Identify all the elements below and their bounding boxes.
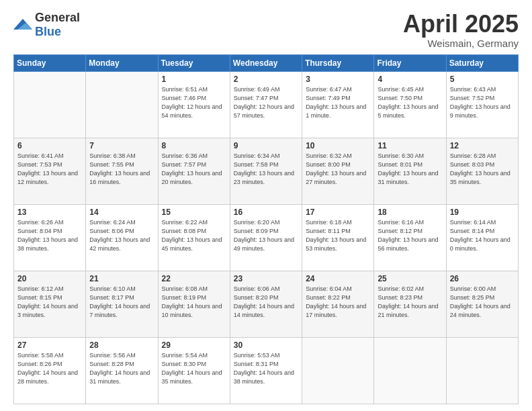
- day-info: Sunrise: 6:43 AM Sunset: 7:52 PM Dayligh…: [450, 85, 515, 120]
- calendar-title: April 2025: [403, 11, 519, 38]
- day-info: Sunrise: 6:45 AM Sunset: 7:50 PM Dayligh…: [378, 85, 442, 120]
- day-number: 3: [306, 75, 370, 84]
- day-number: 16: [234, 208, 298, 217]
- calendar-week-3: 20Sunrise: 6:12 AM Sunset: 8:15 PM Dayli…: [14, 271, 519, 337]
- day-number: 8: [162, 141, 226, 150]
- col-saturday: Saturday: [446, 54, 518, 71]
- table-row: 28Sunrise: 5:56 AM Sunset: 8:28 PM Dayli…: [86, 337, 158, 404]
- day-number: 14: [89, 208, 154, 217]
- logo-blue: Blue: [35, 25, 61, 38]
- table-row: 21Sunrise: 6:10 AM Sunset: 8:17 PM Dayli…: [86, 271, 158, 337]
- table-row: 2Sunrise: 6:49 AM Sunset: 7:47 PM Daylig…: [230, 71, 302, 138]
- day-info: Sunrise: 6:12 AM Sunset: 8:15 PM Dayligh…: [17, 285, 82, 320]
- day-info: Sunrise: 6:38 AM Sunset: 7:55 PM Dayligh…: [89, 152, 154, 187]
- day-number: 24: [306, 274, 370, 283]
- table-row: 8Sunrise: 6:36 AM Sunset: 7:57 PM Daylig…: [158, 138, 230, 204]
- table-row: 5Sunrise: 6:43 AM Sunset: 7:52 PM Daylig…: [446, 71, 518, 138]
- col-thursday: Thursday: [302, 54, 374, 71]
- col-monday: Monday: [86, 54, 158, 71]
- day-info: Sunrise: 6:36 AM Sunset: 7:57 PM Dayligh…: [162, 152, 226, 187]
- day-info: Sunrise: 6:06 AM Sunset: 8:20 PM Dayligh…: [234, 285, 298, 320]
- table-row: 1Sunrise: 6:51 AM Sunset: 7:46 PM Daylig…: [158, 71, 230, 138]
- day-number: 30: [234, 340, 298, 350]
- calendar-week-4: 27Sunrise: 5:58 AM Sunset: 8:26 PM Dayli…: [14, 337, 519, 404]
- col-friday: Friday: [374, 54, 446, 71]
- header-row: Sunday Monday Tuesday Wednesday Thursday…: [14, 54, 519, 71]
- table-row: 11Sunrise: 6:30 AM Sunset: 8:01 PM Dayli…: [374, 138, 446, 204]
- day-number: 26: [450, 274, 515, 283]
- day-info: Sunrise: 5:53 AM Sunset: 8:31 PM Dayligh…: [234, 351, 298, 386]
- table-row: [302, 337, 374, 404]
- day-info: Sunrise: 6:41 AM Sunset: 7:53 PM Dayligh…: [17, 152, 82, 187]
- table-row: 18Sunrise: 6:16 AM Sunset: 8:12 PM Dayli…: [374, 204, 446, 271]
- table-row: [446, 337, 518, 404]
- table-row: 20Sunrise: 6:12 AM Sunset: 8:15 PM Dayli…: [14, 271, 86, 337]
- day-number: 4: [378, 75, 442, 84]
- table-row: 30Sunrise: 5:53 AM Sunset: 8:31 PM Dayli…: [230, 337, 302, 404]
- day-number: 29: [162, 340, 226, 350]
- table-row: 9Sunrise: 6:34 AM Sunset: 7:58 PM Daylig…: [230, 138, 302, 204]
- col-tuesday: Tuesday: [158, 54, 230, 71]
- table-row: 25Sunrise: 6:02 AM Sunset: 8:23 PM Dayli…: [374, 271, 446, 337]
- table-row: 29Sunrise: 5:54 AM Sunset: 8:30 PM Dayli…: [158, 337, 230, 404]
- day-number: 10: [306, 141, 370, 150]
- day-info: Sunrise: 6:26 AM Sunset: 8:04 PM Dayligh…: [17, 218, 82, 253]
- table-row: 12Sunrise: 6:28 AM Sunset: 8:03 PM Dayli…: [446, 138, 518, 204]
- table-row: 16Sunrise: 6:20 AM Sunset: 8:09 PM Dayli…: [230, 204, 302, 271]
- page: General Blue April 2025 Weismain, German…: [0, 0, 532, 411]
- day-info: Sunrise: 6:34 AM Sunset: 7:58 PM Dayligh…: [234, 152, 298, 187]
- day-number: 11: [378, 141, 442, 150]
- day-info: Sunrise: 6:51 AM Sunset: 7:46 PM Dayligh…: [162, 85, 226, 120]
- day-info: Sunrise: 6:00 AM Sunset: 8:25 PM Dayligh…: [450, 285, 515, 320]
- table-row: 26Sunrise: 6:00 AM Sunset: 8:25 PM Dayli…: [446, 271, 518, 337]
- day-info: Sunrise: 5:58 AM Sunset: 8:26 PM Dayligh…: [17, 351, 82, 386]
- day-number: 5: [450, 75, 515, 84]
- day-info: Sunrise: 6:28 AM Sunset: 8:03 PM Dayligh…: [450, 152, 515, 187]
- table-row: 13Sunrise: 6:26 AM Sunset: 8:04 PM Dayli…: [14, 204, 86, 271]
- day-number: 19: [450, 208, 515, 217]
- table-row: [374, 337, 446, 404]
- day-info: Sunrise: 6:18 AM Sunset: 8:11 PM Dayligh…: [306, 218, 370, 253]
- logo: General Blue: [13, 11, 80, 39]
- day-info: Sunrise: 6:08 AM Sunset: 8:19 PM Dayligh…: [162, 285, 226, 320]
- day-info: Sunrise: 6:32 AM Sunset: 8:00 PM Dayligh…: [306, 152, 370, 187]
- table-row: 19Sunrise: 6:14 AM Sunset: 8:14 PM Dayli…: [446, 204, 518, 271]
- day-info: Sunrise: 5:56 AM Sunset: 8:28 PM Dayligh…: [89, 351, 154, 386]
- table-row: 22Sunrise: 6:08 AM Sunset: 8:19 PM Dayli…: [158, 271, 230, 337]
- day-number: 9: [234, 141, 298, 150]
- day-number: 23: [234, 274, 298, 283]
- table-row: 27Sunrise: 5:58 AM Sunset: 8:26 PM Dayli…: [14, 337, 86, 404]
- table-row: 6Sunrise: 6:41 AM Sunset: 7:53 PM Daylig…: [14, 138, 86, 204]
- day-number: 7: [89, 141, 154, 150]
- day-info: Sunrise: 6:22 AM Sunset: 8:08 PM Dayligh…: [162, 218, 226, 253]
- day-info: Sunrise: 5:54 AM Sunset: 8:30 PM Dayligh…: [162, 351, 226, 386]
- day-info: Sunrise: 6:47 AM Sunset: 7:49 PM Dayligh…: [306, 85, 370, 120]
- table-row: 15Sunrise: 6:22 AM Sunset: 8:08 PM Dayli…: [158, 204, 230, 271]
- table-row: 3Sunrise: 6:47 AM Sunset: 7:49 PM Daylig…: [302, 71, 374, 138]
- col-wednesday: Wednesday: [230, 54, 302, 71]
- day-number: 28: [89, 340, 154, 350]
- day-number: 2: [234, 75, 298, 84]
- logo-general: General: [35, 11, 80, 24]
- table-row: [14, 71, 86, 138]
- day-number: 21: [89, 274, 154, 283]
- day-info: Sunrise: 6:16 AM Sunset: 8:12 PM Dayligh…: [378, 218, 442, 253]
- header: General Blue April 2025 Weismain, German…: [13, 11, 519, 49]
- calendar-week-0: 1Sunrise: 6:51 AM Sunset: 7:46 PM Daylig…: [14, 71, 519, 138]
- calendar-table: Sunday Monday Tuesday Wednesday Thursday…: [13, 54, 519, 404]
- col-sunday: Sunday: [14, 54, 86, 71]
- logo-icon: [13, 17, 32, 32]
- table-row: 4Sunrise: 6:45 AM Sunset: 7:50 PM Daylig…: [374, 71, 446, 138]
- title-block: April 2025 Weismain, Germany: [403, 11, 519, 49]
- table-row: 7Sunrise: 6:38 AM Sunset: 7:55 PM Daylig…: [86, 138, 158, 204]
- day-info: Sunrise: 6:30 AM Sunset: 8:01 PM Dayligh…: [378, 152, 442, 187]
- day-number: 15: [162, 208, 226, 217]
- table-row: 23Sunrise: 6:06 AM Sunset: 8:20 PM Dayli…: [230, 271, 302, 337]
- table-row: 24Sunrise: 6:04 AM Sunset: 8:22 PM Dayli…: [302, 271, 374, 337]
- table-row: 14Sunrise: 6:24 AM Sunset: 8:06 PM Dayli…: [86, 204, 158, 271]
- day-info: Sunrise: 6:49 AM Sunset: 7:47 PM Dayligh…: [234, 85, 298, 120]
- day-number: 25: [378, 274, 442, 283]
- calendar-week-1: 6Sunrise: 6:41 AM Sunset: 7:53 PM Daylig…: [14, 138, 519, 204]
- day-number: 17: [306, 208, 370, 217]
- day-number: 13: [17, 208, 82, 217]
